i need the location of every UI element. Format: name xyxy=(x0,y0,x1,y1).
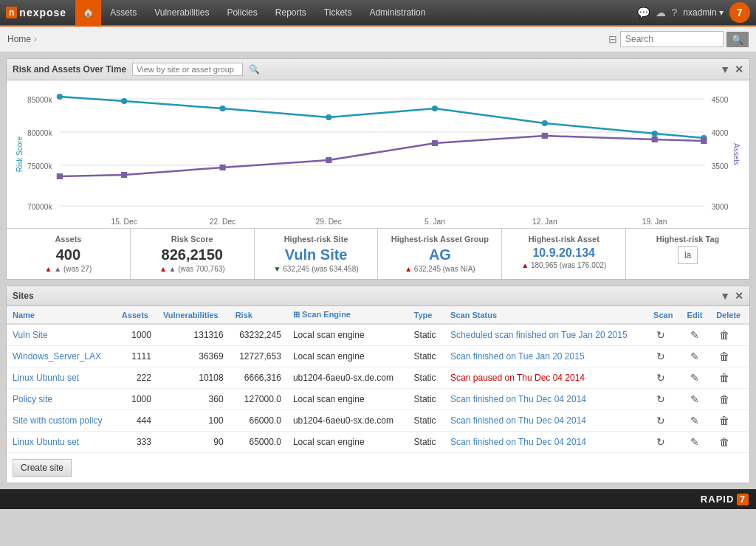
sites-panel-minimize[interactable]: ▼ xyxy=(720,290,730,302)
risk-panel-close[interactable]: ✕ xyxy=(735,63,743,75)
stat-hra-value[interactable]: 10.9.20.134 xyxy=(511,246,616,260)
site-group-search[interactable] xyxy=(132,63,243,76)
risk-panel-header-right: ▼ ✕ xyxy=(720,63,743,75)
svg-point-21 xyxy=(326,114,331,120)
delete-button[interactable]: 🗑 xyxy=(716,413,732,428)
svg-rect-31 xyxy=(542,133,548,139)
stat-highest-risk-tag: Highest-risk Tag la xyxy=(626,229,749,279)
stat-risk-value: 826,2150 xyxy=(140,246,245,263)
table-row: Linux Ubuntu set 222 10108 6666,316 ub12… xyxy=(7,367,749,389)
edit-button[interactable]: ✎ xyxy=(687,349,702,364)
scan-button[interactable]: ↻ xyxy=(653,349,668,364)
col-vulnerabilities[interactable]: Vulnerabilities xyxy=(157,306,230,324)
site-vulns-cell: 10108 xyxy=(157,367,230,389)
svg-text:15. Dec: 15. Dec xyxy=(111,218,137,226)
chat-icon[interactable]: 💬 xyxy=(637,7,650,18)
svg-text:70000k: 70000k xyxy=(27,203,53,211)
site-risk-cell: 63232,245 xyxy=(230,324,287,346)
brand-avatar[interactable]: 7 xyxy=(729,2,750,23)
stat-hrs-value[interactable]: Vuln Site xyxy=(264,246,369,263)
delete-button[interactable]: 🗑 xyxy=(716,370,732,385)
site-type-cell: Static xyxy=(408,410,445,432)
site-vulns-cell: 131316 xyxy=(157,324,230,346)
delete-button[interactable]: 🗑 xyxy=(716,328,732,342)
nav-vulnerabilities[interactable]: Vulnerabilities xyxy=(145,0,218,26)
col-delete: Delete xyxy=(710,306,749,324)
site-scan-status[interactable]: Scan finished on Thu Dec 04 2014 xyxy=(450,394,586,404)
site-assets-cell: 222 xyxy=(116,367,157,389)
svg-rect-28 xyxy=(219,165,225,170)
edit-button[interactable]: ✎ xyxy=(687,435,702,449)
create-site-button[interactable]: Create site xyxy=(13,459,72,477)
scan-button[interactable]: ↻ xyxy=(653,413,668,428)
delete-button[interactable]: 🗑 xyxy=(716,392,732,407)
scan-button[interactable]: ↻ xyxy=(653,435,668,449)
scan-button[interactable]: ↻ xyxy=(653,392,668,407)
stat-hrag-sub: ▲ 632,245 (was N/A) xyxy=(387,265,492,273)
col-name[interactable]: Name xyxy=(7,306,116,324)
site-status-cell: Scan finished on Thu Dec 04 2014 xyxy=(444,389,647,410)
col-type[interactable]: Type xyxy=(408,306,445,324)
col-assets[interactable]: Assets xyxy=(116,306,157,324)
nav-policies[interactable]: Policies xyxy=(218,0,266,26)
svg-rect-27 xyxy=(121,172,127,178)
site-assets-cell: 444 xyxy=(116,410,157,432)
search-input[interactable] xyxy=(620,31,724,47)
site-type-cell: Static xyxy=(408,389,445,410)
site-edit-cell: ✎ xyxy=(681,346,711,367)
site-name-cell: Site with custom policy xyxy=(7,410,116,432)
scan-button[interactable]: ↻ xyxy=(653,370,668,385)
stat-hra-label: Highest-risk Asset xyxy=(511,235,616,243)
nav-administration[interactable]: Administration xyxy=(360,0,434,26)
site-vulns-cell: 90 xyxy=(157,432,230,453)
site-name-link[interactable]: Vuln Site xyxy=(13,330,48,340)
edit-button[interactable]: ✎ xyxy=(687,392,702,407)
site-scan-cell: ↻ xyxy=(647,324,681,346)
sites-panel-close[interactable]: ✕ xyxy=(735,290,743,302)
cloud-icon[interactable]: ☁ xyxy=(656,7,666,18)
site-name-link[interactable]: Linux Ubuntu set xyxy=(13,373,79,383)
edit-button[interactable]: ✎ xyxy=(687,413,702,428)
site-scan-cell: ↻ xyxy=(647,432,681,453)
site-search-icon[interactable]: 🔍 xyxy=(249,64,260,75)
breadcrumb-home[interactable]: Home xyxy=(7,34,31,44)
nav-tickets[interactable]: Tickets xyxy=(315,0,361,26)
nav-reports[interactable]: Reports xyxy=(267,0,315,26)
site-name-cell: Linux Ubuntu set xyxy=(7,367,116,389)
site-name-link[interactable]: Policy site xyxy=(13,394,52,404)
stat-hrt-value[interactable]: la xyxy=(678,246,698,264)
scan-engine-icon: ⊞ xyxy=(293,310,300,319)
search-button[interactable]: 🔍 xyxy=(726,32,749,47)
nav-home[interactable]: 🏠 xyxy=(75,0,101,26)
logo[interactable]: n nexpose xyxy=(6,7,66,18)
filter-icon[interactable]: ⊟ xyxy=(608,33,617,45)
site-scan-status[interactable]: Scan finished on Thu Dec 04 2014 xyxy=(450,437,586,447)
risk-panel-minimize[interactable]: ▼ xyxy=(720,63,730,75)
site-name-link[interactable]: Linux Ubuntu set xyxy=(13,437,79,447)
site-scan-status[interactable]: Scan finished on Thu Dec 04 2014 xyxy=(450,415,586,426)
col-risk[interactable]: Risk xyxy=(230,306,287,324)
delete-button[interactable]: 🗑 xyxy=(716,435,732,449)
help-icon[interactable]: ? xyxy=(672,7,678,18)
site-type-cell: Static xyxy=(408,346,445,367)
site-scan-status[interactable]: Scan finished on Tue Jan 20 2015 xyxy=(450,351,584,362)
rapid7-logo: RAPID7 xyxy=(701,494,749,505)
stat-hrag-value[interactable]: AG xyxy=(387,246,492,263)
site-risk-cell: 66000.0 xyxy=(230,410,287,432)
edit-button[interactable]: ✎ xyxy=(687,328,702,342)
svg-point-19 xyxy=(121,98,127,104)
site-name-cell: Linux Ubuntu set xyxy=(7,432,116,453)
nav-assets[interactable]: Assets xyxy=(101,0,145,26)
edit-button[interactable]: ✎ xyxy=(687,370,702,385)
col-scan-engine[interactable]: ⊞ Scan Engine xyxy=(287,306,408,324)
site-scan-status[interactable]: Scheduled scan finished on Tue Jan 20 20… xyxy=(450,330,628,340)
site-name-link[interactable]: Site with custom policy xyxy=(13,415,102,426)
stat-hrs-label: Highest-risk Site xyxy=(264,235,369,243)
svg-text:29. Dec: 29. Dec xyxy=(316,218,342,226)
user-menu[interactable]: nxadmin ▾ xyxy=(683,7,724,18)
delete-button[interactable]: 🗑 xyxy=(716,349,732,364)
site-scan-status[interactable]: Scan paused on Thu Dec 04 2014 xyxy=(450,373,585,383)
site-name-link[interactable]: Windows_Server_LAX xyxy=(13,351,101,362)
col-scan-status[interactable]: Scan Status xyxy=(444,306,647,324)
scan-button[interactable]: ↻ xyxy=(653,328,668,342)
